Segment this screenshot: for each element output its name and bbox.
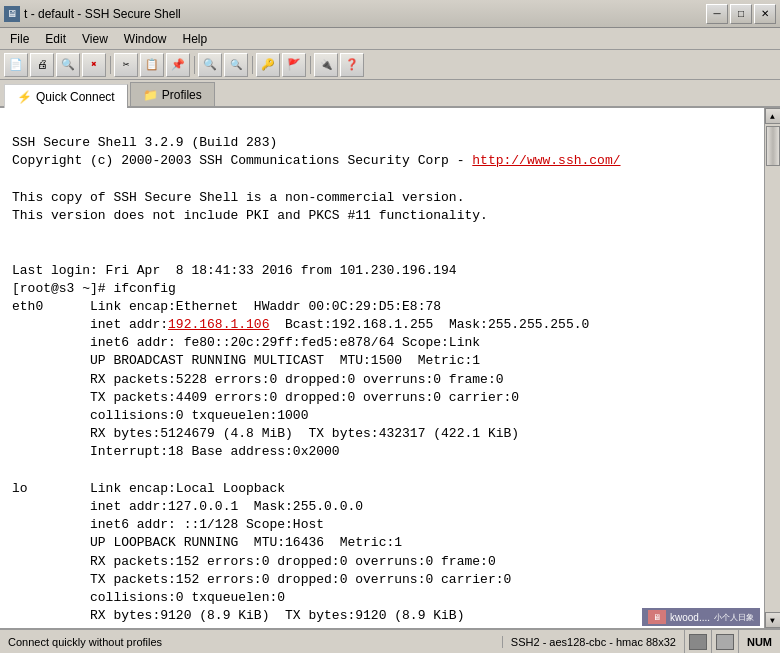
terminal-line-intr: Interrupt:18 Base address:0x2000 <box>12 443 752 461</box>
title-bar-left: 🖥 t - default - SSH Secure Shell <box>4 6 181 22</box>
terminal-line-lo: lo Link encap:Local Loopback <box>12 480 752 498</box>
terminal-line-blank1 <box>12 116 752 134</box>
toolbar-copy[interactable]: 📋 <box>140 53 164 77</box>
terminal-line-lo-inet6: inet6 addr: ::1/128 Scope:Host <box>12 516 752 534</box>
maximize-button[interactable]: □ <box>730 4 752 24</box>
terminal-line-copyright: Copyright (c) 2000-2003 SSH Communicatio… <box>12 152 752 170</box>
terminal-line-blank4 <box>12 243 752 261</box>
terminal-line-prompt1: [root@s3 ~]# ifconfig <box>12 280 752 298</box>
scroll-up-button[interactable]: ▲ <box>765 108 781 124</box>
menu-file[interactable]: File <box>2 30 37 48</box>
toolbar-cut[interactable]: ✂ <box>114 53 138 77</box>
status-label: Connect quickly without profiles <box>8 636 162 648</box>
tab-quick-connect[interactable]: ⚡ Quick Connect <box>4 84 128 108</box>
close-button[interactable]: ✕ <box>754 4 776 24</box>
terminal-line-lo-inet: inet addr:127.0.0.1 Mask:255.0.0.0 <box>12 498 752 516</box>
separator-4 <box>308 53 312 77</box>
toolbar-search2[interactable]: 🔍 <box>198 53 222 77</box>
status-main-text: Connect quickly without profiles <box>0 636 503 648</box>
terminal-line-blank5 <box>12 462 752 480</box>
menu-window[interactable]: Window <box>116 30 175 48</box>
ssh-link[interactable]: http://www.ssh.com/ <box>472 153 620 168</box>
watermark-text: kwood.... <box>670 612 710 623</box>
status-key-icon <box>716 634 734 650</box>
status-bar: Connect quickly without profiles SSH2 - … <box>0 628 780 653</box>
toolbar-connect[interactable]: 🔌 <box>314 53 338 77</box>
title-bar-buttons: ─ □ ✕ <box>706 4 776 24</box>
terminal-line-lo-rx1: RX packets:152 errors:0 dropped:0 overru… <box>12 553 752 571</box>
status-icon2 <box>712 630 739 653</box>
cipher-label: SSH2 - aes128-cbc - hmac 88x32 <box>511 636 676 648</box>
menu-view[interactable]: View <box>74 30 116 48</box>
toolbar-search1[interactable]: 🔍 <box>56 53 80 77</box>
app-icon: 🖥 <box>4 6 20 22</box>
terminal-line-blank3 <box>12 225 752 243</box>
scrollbar[interactable]: ▲ ▼ <box>764 108 780 628</box>
window-title: t - default - SSH Secure Shell <box>24 7 181 21</box>
menu-edit[interactable]: Edit <box>37 30 74 48</box>
num-label: NUM <box>747 636 772 648</box>
terminal-line-noncom: This copy of SSH Secure Shell is a non-c… <box>12 189 752 207</box>
terminal-line-version: SSH Secure Shell 3.2.9 (Build 283) <box>12 134 752 152</box>
terminal[interactable]: SSH Secure Shell 3.2.9 (Build 283) Copyr… <box>0 108 764 628</box>
status-lock-icon <box>689 634 707 650</box>
minimize-button[interactable]: ─ <box>706 4 728 24</box>
terminal-line-lo-up: UP LOOPBACK RUNNING MTU:16436 Metric:1 <box>12 534 752 552</box>
separator-1 <box>108 53 112 77</box>
terminal-line-eth0: eth0 Link encap:Ethernet HWaddr 00:0C:29… <box>12 298 752 316</box>
terminal-line-inet6: inet6 addr: fe80::20c:29ff:fed5:e878/64 … <box>12 334 752 352</box>
quick-connect-icon: ⚡ <box>17 90 32 104</box>
toolbar: 📄 🖨 🔍 ✖ ✂ 📋 📌 🔍 🔍 🔑 🚩 🔌 ❓ <box>0 50 780 80</box>
separator-2 <box>192 53 196 77</box>
watermark-subtext: 小个人日象 <box>714 612 754 623</box>
toolbar-print[interactable]: 🖨 <box>30 53 54 77</box>
title-bar: 🖥 t - default - SSH Secure Shell ─ □ ✕ <box>0 0 780 28</box>
terminal-line-lastlogin: Last login: Fri Apr 8 18:41:33 2016 from… <box>12 262 752 280</box>
toolbar-help[interactable]: ❓ <box>340 53 364 77</box>
watermark-box: 🖥 kwood.... 小个人日象 <box>642 608 760 626</box>
terminal-line-rxbytes1: RX bytes:5124679 (4.8 MiB) TX bytes:4323… <box>12 425 752 443</box>
toolbar-new[interactable]: 📄 <box>4 53 28 77</box>
scroll-down-button[interactable]: ▼ <box>765 612 781 628</box>
tab-bar: ⚡ Quick Connect 📁 Profiles <box>0 80 780 108</box>
terminal-line-lo-tx1: TX packets:152 errors:0 dropped:0 overru… <box>12 571 752 589</box>
terminal-line-rx1: RX packets:5228 errors:0 dropped:0 overr… <box>12 371 752 389</box>
watermark-icon: 🖥 <box>648 610 666 624</box>
quick-connect-label: Quick Connect <box>36 90 115 104</box>
tab-profiles[interactable]: 📁 Profiles <box>130 82 215 106</box>
toolbar-redflag[interactable]: 🚩 <box>282 53 306 77</box>
toolbar-key[interactable]: 🔑 <box>256 53 280 77</box>
main-content: SSH Secure Shell 3.2.9 (Build 283) Copyr… <box>0 108 780 628</box>
toolbar-paste[interactable]: 📌 <box>166 53 190 77</box>
toolbar-search3[interactable]: 🔍 <box>224 53 248 77</box>
terminal-line-lo-coll: collisions:0 txqueuelen:0 <box>12 589 752 607</box>
toolbar-red1[interactable]: ✖ <box>82 53 106 77</box>
profiles-icon: 📁 <box>143 88 158 102</box>
terminal-line-up: UP BROADCAST RUNNING MULTICAST MTU:1500 … <box>12 352 752 370</box>
ip-address: 192.168.1.106 <box>168 317 269 332</box>
terminal-line-tx1: TX packets:4409 errors:0 dropped:0 overr… <box>12 389 752 407</box>
scroll-thumb[interactable] <box>766 126 780 166</box>
menu-bar: File Edit View Window Help <box>0 28 780 50</box>
terminal-line-nopki: This version does not include PKI and PK… <box>12 207 752 225</box>
status-num: NUM <box>739 630 780 653</box>
terminal-line-inet: inet addr:192.168.1.106 Bcast:192.168.1.… <box>12 316 752 334</box>
watermark: 🖥 kwood.... 小个人日象 <box>642 608 760 626</box>
terminal-line-blank2 <box>12 171 752 189</box>
status-cipher: SSH2 - aes128-cbc - hmac 88x32 <box>503 630 685 653</box>
profiles-label: Profiles <box>162 88 202 102</box>
status-icon1 <box>685 630 712 653</box>
terminal-line-coll1: collisions:0 txqueuelen:1000 <box>12 407 752 425</box>
scroll-track[interactable] <box>765 124 781 612</box>
separator-3 <box>250 53 254 77</box>
menu-help[interactable]: Help <box>175 30 216 48</box>
